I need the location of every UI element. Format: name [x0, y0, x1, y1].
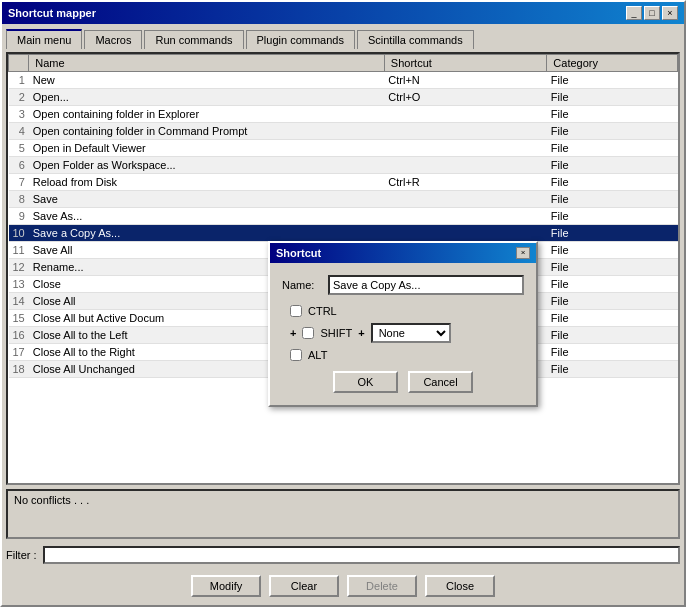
row-category: File [547, 191, 678, 208]
row-number: 1 [9, 72, 29, 89]
tab-macros[interactable]: Macros [84, 30, 142, 49]
row-shortcut [384, 123, 547, 140]
shift-checkbox[interactable] [302, 327, 314, 339]
row-shortcut [384, 140, 547, 157]
title-bar: Shortcut mapper _ □ × [2, 2, 684, 24]
modal-name-label: Name: [282, 279, 322, 291]
row-category: File [547, 208, 678, 225]
row-number: 2 [9, 89, 29, 106]
maximize-button[interactable]: □ [644, 6, 660, 20]
row-name: Open in Default Viewer [29, 140, 385, 157]
row-category: File [547, 259, 678, 276]
tab-scintilla-commands[interactable]: Scintilla commands [357, 30, 474, 49]
table-row[interactable]: 10Save a Copy As...File [9, 225, 678, 242]
table-row[interactable]: 8SaveFile [9, 191, 678, 208]
row-category: File [547, 310, 678, 327]
row-category: File [547, 361, 678, 378]
plus-sign-2: + [358, 327, 364, 339]
tabs-bar: Main menu Macros Run commands Plugin com… [2, 24, 684, 48]
row-shortcut: Ctrl+R [384, 174, 547, 191]
row-category: File [547, 123, 678, 140]
row-category: File [547, 140, 678, 157]
filter-label: Filter : [6, 549, 37, 561]
row-category: File [547, 327, 678, 344]
row-name: Save [29, 191, 385, 208]
key-select[interactable]: None A B [371, 323, 451, 343]
row-number: 9 [9, 208, 29, 225]
alt-checkbox[interactable] [290, 349, 302, 361]
alt-label: ALT [308, 349, 327, 361]
table-row[interactable]: 3Open containing folder in ExplorerFile [9, 106, 678, 123]
modal-body: Name: CTRL + SHIFT + None A B [270, 263, 536, 405]
row-category: File [547, 157, 678, 174]
shift-label: SHIFT [320, 327, 352, 339]
modal-name-row: Name: [282, 275, 524, 295]
row-category: File [547, 242, 678, 259]
row-number: 5 [9, 140, 29, 157]
filter-row: Filter : [6, 543, 680, 567]
row-shortcut [384, 208, 547, 225]
modal-name-input[interactable] [328, 275, 524, 295]
row-shortcut: Ctrl+N [384, 72, 547, 89]
table-row[interactable]: 5Open in Default ViewerFile [9, 140, 678, 157]
tab-main-menu[interactable]: Main menu [6, 29, 82, 49]
row-category: File [547, 89, 678, 106]
row-number: 17 [9, 344, 29, 361]
row-category: File [547, 293, 678, 310]
clear-button[interactable]: Clear [269, 575, 339, 597]
row-number: 11 [9, 242, 29, 259]
row-name: Reload from Disk [29, 174, 385, 191]
table-row[interactable]: 4Open containing folder in Command Promp… [9, 123, 678, 140]
plus-sign-1: + [290, 327, 296, 339]
row-number: 4 [9, 123, 29, 140]
minimize-button[interactable]: _ [626, 6, 642, 20]
row-category: File [547, 225, 678, 242]
table-row[interactable]: 7Reload from DiskCtrl+RFile [9, 174, 678, 191]
modal-cancel-button[interactable]: Cancel [408, 371, 473, 393]
row-category: File [547, 276, 678, 293]
ctrl-checkbox[interactable] [290, 305, 302, 317]
col-category-header: Category [547, 55, 678, 72]
row-shortcut: Ctrl+O [384, 89, 547, 106]
row-shortcut [384, 191, 547, 208]
status-bar: No conflicts . . . [6, 489, 680, 539]
row-shortcut [384, 225, 547, 242]
row-number: 18 [9, 361, 29, 378]
row-name: Open... [29, 89, 385, 106]
row-number: 6 [9, 157, 29, 174]
status-text: No conflicts . . . [14, 494, 89, 506]
col-shortcut-header: Shortcut [384, 55, 547, 72]
row-name: Open containing folder in Explorer [29, 106, 385, 123]
row-number: 10 [9, 225, 29, 242]
row-name: Save a Copy As... [29, 225, 385, 242]
row-number: 13 [9, 276, 29, 293]
modal-ok-button[interactable]: OK [333, 371, 398, 393]
row-number: 12 [9, 259, 29, 276]
col-name-header: Name [29, 55, 385, 72]
modify-button[interactable]: Modify [191, 575, 261, 597]
modal-buttons: OK Cancel [282, 371, 524, 393]
modal-close-button[interactable]: × [516, 247, 530, 259]
row-name: Save As... [29, 208, 385, 225]
filter-input[interactable] [43, 546, 680, 564]
row-category: File [547, 72, 678, 89]
close-button[interactable]: Close [425, 575, 495, 597]
table-row[interactable]: 9Save As...File [9, 208, 678, 225]
row-number: 16 [9, 327, 29, 344]
table-row[interactable]: 6Open Folder as Workspace...File [9, 157, 678, 174]
bottom-buttons: Modify Clear Delete Close [6, 571, 680, 601]
window-title: Shortcut mapper [8, 7, 96, 19]
row-number: 7 [9, 174, 29, 191]
col-num [9, 55, 29, 72]
delete-button[interactable]: Delete [347, 575, 417, 597]
modal-title: Shortcut [276, 247, 321, 259]
tab-run-commands[interactable]: Run commands [144, 30, 243, 49]
row-name: Open containing folder in Command Prompt [29, 123, 385, 140]
shortcut-dialog: Shortcut × Name: CTRL + SHIFT + Non [268, 241, 538, 407]
tab-plugin-commands[interactable]: Plugin commands [246, 30, 355, 49]
row-shortcut [384, 157, 547, 174]
close-window-button[interactable]: × [662, 6, 678, 20]
row-number: 15 [9, 310, 29, 327]
table-row[interactable]: 1NewCtrl+NFile [9, 72, 678, 89]
table-row[interactable]: 2Open...Ctrl+OFile [9, 89, 678, 106]
